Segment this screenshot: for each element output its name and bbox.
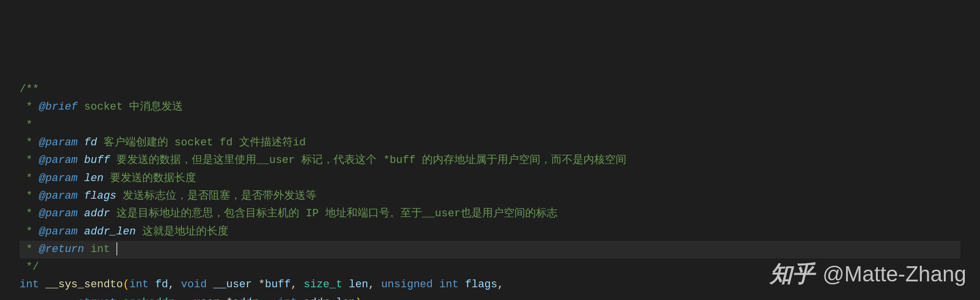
comment-open: /** bbox=[20, 83, 39, 95]
comment-param-buff-line: * @param buff 要发送的数据，但是这里使用__user 标记，代表这… bbox=[20, 152, 960, 169]
param-buff-name: buff bbox=[84, 154, 110, 166]
comment-empty-line: * bbox=[20, 116, 960, 134]
param-tag: @param bbox=[39, 190, 78, 202]
param-addrlen-desc: 这就是地址的长度 bbox=[136, 226, 228, 238]
code-block[interactable]: /** * @brief socket 中消息发送 * * @param fd … bbox=[20, 81, 960, 300]
param-addr-desc: 这是目标地址的意思，包含目标主机的 IP 地址和端口号。至于__user也是用户… bbox=[110, 208, 557, 220]
addrlen-param: addr_len bbox=[304, 297, 356, 300]
comment-param-len-line: * @param len 要发送的数据长度 bbox=[20, 170, 960, 187]
param-tag: @param bbox=[39, 226, 78, 238]
comment-param-addr-line: * @param addr 这是目标地址的意思，包含目标主机的 IP 地址和端口… bbox=[20, 205, 960, 223]
fd-param: fd bbox=[155, 278, 168, 291]
param-fd-name: fd bbox=[84, 137, 97, 149]
len-param: len bbox=[349, 278, 368, 291]
addr-param: addr bbox=[233, 297, 259, 300]
brief-text: socket 中消息发送 bbox=[78, 101, 183, 113]
return-type-text: int bbox=[90, 243, 110, 255]
param-len-name: len bbox=[84, 172, 104, 185]
param-buff-desc: 要发送的数据，但是这里使用__user 标记，代表这个 *buff 的内存地址属… bbox=[110, 154, 626, 166]
param-len-desc: 要发送的数据长度 bbox=[104, 172, 196, 185]
param-flags-desc: 发送标志位，是否阻塞，是否带外发送等 bbox=[116, 190, 316, 202]
function-signature-line1: int __sys_sendto(int fd, void __user *bu… bbox=[20, 276, 960, 294]
brief-tag: @brief bbox=[39, 101, 78, 113]
param-tag: @param bbox=[39, 154, 78, 166]
function-signature-line2: struct sockaddr __user *addr, int addr_l… bbox=[20, 294, 960, 300]
user-attr: __user bbox=[213, 278, 252, 291]
comment-param-addrlen-line: * @param addr_len 这就是地址的长度 bbox=[20, 223, 960, 241]
buff-param: buff bbox=[265, 278, 291, 291]
return-type: int bbox=[20, 278, 39, 291]
comment-close: */ bbox=[20, 261, 39, 273]
return-tag: @return bbox=[39, 243, 84, 255]
text-cursor bbox=[116, 242, 117, 255]
param-tag: @param bbox=[39, 137, 78, 149]
param-tag: @param bbox=[39, 172, 78, 185]
comment-brief-line: * @brief socket 中消息发送 bbox=[20, 98, 960, 116]
comment-param-fd-line: * @param fd 客户端创建的 socket fd 文件描述符id bbox=[20, 134, 960, 152]
param-fd-desc: 客户端创建的 socket fd 文件描述符id bbox=[97, 137, 306, 149]
flags-param: flags bbox=[465, 278, 497, 291]
param-tag: @param bbox=[39, 208, 78, 220]
comment-param-flags-line: * @param flags 发送标志位，是否阻塞，是否带外发送等 bbox=[20, 187, 960, 205]
param-addrlen-name: addr_len bbox=[84, 226, 136, 238]
param-flags-name: flags bbox=[84, 190, 116, 202]
param-addr-name: addr bbox=[84, 208, 110, 220]
function-name: __sys_sendto bbox=[45, 278, 123, 291]
comment-open-line: /** bbox=[20, 81, 960, 98]
comment-close-line: */ bbox=[20, 258, 960, 276]
comment-return-line: * @return int bbox=[20, 241, 960, 258]
